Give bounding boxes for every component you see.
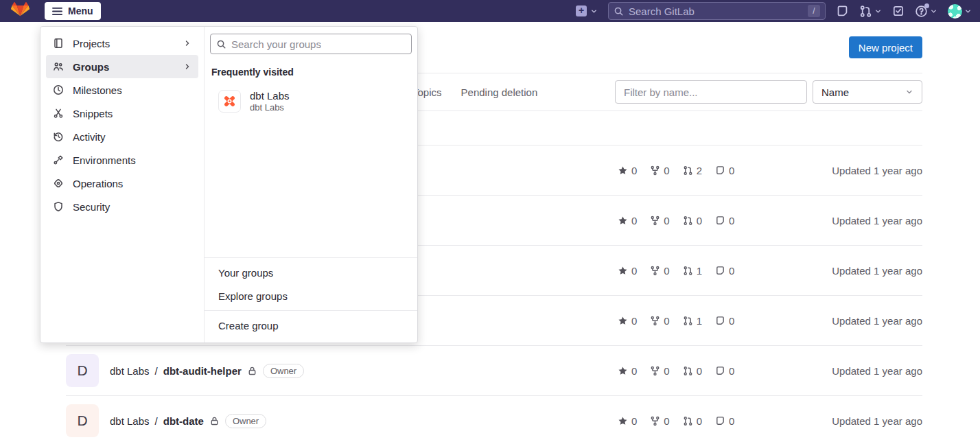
divider: [205, 310, 417, 311]
group-search-field[interactable]: [210, 34, 412, 54]
issues-stat[interactable]: 0: [715, 315, 734, 327]
explore-groups-link[interactable]: Explore groups: [205, 284, 417, 307]
forks-stat[interactable]: 0: [650, 315, 669, 327]
menu-item-operations[interactable]: Operations: [46, 172, 198, 195]
merge-requests-stat[interactable]: 0: [683, 365, 702, 377]
project-stats: 0 0 1 0: [618, 265, 734, 277]
forks-stat[interactable]: 0: [650, 365, 669, 377]
merge-requests-stat[interactable]: 1: [683, 315, 702, 327]
project-namespace[interactable]: dbt Labs: [110, 365, 150, 377]
menu-item-environments[interactable]: Environments: [46, 148, 198, 172]
group-subtitle: dbt Labs: [250, 102, 290, 113]
forks-stat[interactable]: 0: [650, 165, 669, 176]
project-stats: 0 0 2 0: [618, 165, 734, 176]
forks-stat[interactable]: 0: [650, 415, 669, 427]
menu-button-label: Menu: [68, 5, 93, 16]
tab-pending-deletion[interactable]: Pending deletion: [461, 86, 538, 98]
project-name-link[interactable]: dbt-date: [163, 415, 204, 427]
chevron-down-icon: [590, 8, 598, 15]
sort-select[interactable]: Name: [813, 80, 922, 104]
stars-stat[interactable]: 0: [618, 415, 637, 427]
global-search-input[interactable]: Search GitLab /: [608, 2, 826, 20]
chevron-down-icon: [964, 8, 972, 15]
merge-request-icon: [859, 5, 872, 18]
issues-icon: [715, 266, 725, 276]
user-menu-dropdown[interactable]: [948, 4, 972, 19]
new-project-button[interactable]: New project: [849, 36, 922, 58]
issues-icon: [715, 416, 725, 426]
snippet-icon: [53, 108, 64, 119]
menu-item-label: Security: [73, 201, 110, 213]
issues-icon: [715, 366, 725, 376]
issues-stat[interactable]: 0: [715, 415, 734, 427]
fork-icon: [650, 416, 660, 426]
updated-timestamp: Updated 1 year ago: [832, 365, 922, 377]
issues-icon: [715, 165, 725, 176]
menu-item-security[interactable]: Security: [46, 195, 198, 218]
merge-requests-stat[interactable]: 1: [683, 265, 702, 277]
project-stats: 0 0 0 0: [618, 365, 734, 377]
project-info: D dbt Labs / dbt-audit-helper Owner: [66, 354, 618, 387]
table-row[interactable]: D dbt Labs / dbt-audit-helper Owner 0 0 …: [66, 345, 922, 395]
issues-stat[interactable]: 0: [715, 365, 734, 377]
group-search-input[interactable]: [231, 38, 406, 50]
plus-icon: +: [576, 5, 587, 16]
project-namespace[interactable]: dbt Labs: [110, 415, 150, 427]
forks-stat[interactable]: 0: [650, 215, 669, 226]
stars-stat[interactable]: 0: [618, 165, 637, 176]
menu-item-projects[interactable]: Projects: [46, 32, 198, 55]
lock-icon: [247, 366, 257, 376]
menu-item-groups[interactable]: Groups: [46, 55, 198, 78]
stars-stat[interactable]: 0: [618, 365, 637, 377]
chevron-right-icon: [183, 39, 191, 47]
stars-stat[interactable]: 0: [618, 265, 637, 277]
stars-stat[interactable]: 0: [618, 315, 637, 327]
top-navbar: Menu + Search GitLab /: [0, 0, 980, 22]
project-name-link[interactable]: dbt-audit-helper: [163, 365, 242, 377]
todo-icon[interactable]: [892, 5, 905, 17]
menu-button[interactable]: Menu: [45, 2, 101, 20]
create-group-link[interactable]: Create group: [205, 314, 417, 337]
navbar-right-group: + Search GitLab /: [576, 2, 972, 20]
merge-requests-stat[interactable]: 2: [683, 165, 702, 176]
updated-timestamp: Updated 1 year ago: [832, 215, 922, 226]
merge-request-icon: [683, 416, 693, 426]
filter-by-name-input[interactable]: [615, 80, 807, 104]
your-groups-link[interactable]: Your groups: [205, 261, 417, 284]
global-search-placeholder: Search GitLab: [629, 5, 803, 17]
updated-timestamp: Updated 1 year ago: [832, 415, 922, 427]
role-badge: Owner: [225, 414, 266, 428]
chevron-down-icon: [874, 8, 882, 15]
merge-requests-stat[interactable]: 0: [683, 215, 702, 226]
menu-item-label: Projects: [73, 38, 110, 49]
issues-icon[interactable]: [836, 5, 849, 18]
menu-item-milestones[interactable]: Milestones: [46, 78, 198, 102]
environment-icon: [53, 154, 64, 165]
merge-requests-dropdown[interactable]: [859, 5, 882, 18]
group-title: dbt Labs: [250, 90, 290, 102]
table-row[interactable]: D dbt Labs / dbt-date Owner 0 0 0 0 Upda…: [66, 395, 922, 442]
list-item-dbt-labs-group[interactable]: dbt Labs dbt Labs: [205, 87, 417, 115]
star-icon: [618, 165, 628, 176]
gitlab-logo-icon[interactable]: [11, 2, 30, 20]
issues-stat[interactable]: 0: [715, 165, 734, 176]
stars-stat[interactable]: 0: [618, 215, 637, 226]
merge-requests-stat[interactable]: 0: [683, 415, 702, 427]
help-dropdown[interactable]: [915, 5, 937, 18]
menu-item-snippets[interactable]: Snippets: [46, 102, 198, 125]
forks-stat[interactable]: 0: [650, 265, 669, 277]
merge-request-icon: [683, 216, 693, 226]
menu-item-label: Snippets: [73, 108, 113, 119]
new-menu-dropdown[interactable]: +: [576, 5, 598, 16]
menu-item-activity[interactable]: Activity: [46, 125, 198, 148]
path-separator: /: [155, 365, 158, 377]
divider: [205, 257, 417, 258]
issues-stat[interactable]: 0: [715, 265, 734, 277]
merge-request-icon: [683, 266, 693, 276]
notification-dot: [924, 3, 929, 8]
menu-item-label: Activity: [73, 131, 106, 143]
dbt-labs-logo-icon: [218, 90, 241, 113]
issues-stat[interactable]: 0: [715, 215, 734, 226]
fork-icon: [650, 266, 660, 276]
project-icon: [53, 38, 64, 49]
